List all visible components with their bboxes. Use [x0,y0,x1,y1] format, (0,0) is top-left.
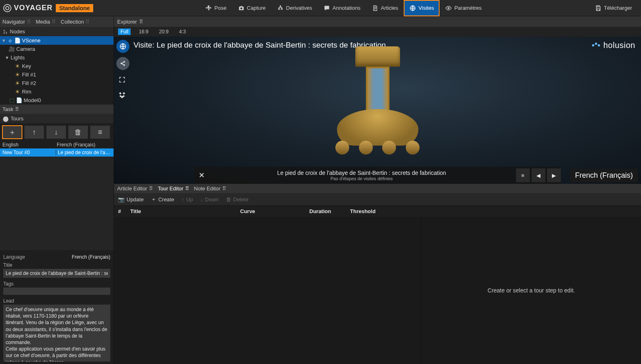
step-table-header: # Title Curve Duration Threshold [114,205,641,217]
editor-toolbar: 📷Update ＋Create ↑Up ↓Down 🗑Delete [114,193,641,205]
lead-textarea[interactable] [3,305,110,362]
step-list [114,217,422,364]
menu-annotations[interactable]: Annotations [318,0,366,16]
menu-derivatives[interactable]: Derivatives [271,0,318,16]
lead-label: Lead [3,298,110,304]
menu-visites[interactable]: Visites [404,0,440,16]
viewport-3d[interactable]: Visite: Le pied de croix de l'abbaye de … [114,37,641,184]
editor-tabs: Article Editor ⠿ Tour Editor ⠿ Note Edit… [114,184,641,193]
grip-icon: ⠿ [185,185,188,192]
tour-row[interactable]: New Tour #0 Le pied de croix de l'a… [0,148,114,157]
camera-icon: 🎥 [9,46,15,52]
menu-parametres[interactable]: Paramètres [440,0,487,16]
top-right: Télécharger [591,0,641,16]
save-icon [595,5,602,11]
grip-icon: ⠿ [222,185,225,192]
tree-lights-group[interactable]: ▾ Lights [0,53,114,62]
grip-icon: ⠿ [85,19,89,25]
app-logo: VOYAGER Standalone [0,4,96,12]
trash-icon: 🗑 [226,196,231,203]
svg-point-1 [448,7,449,9]
tour-strip: ✕ Le pied de croix de l'abbaye de Saint-… [195,167,561,184]
tour-close-button[interactable]: ✕ [195,171,209,180]
tab-media[interactable]: Media ⠿ [36,19,55,25]
col-title: Title [130,208,240,214]
vp-tools-button[interactable] [116,89,128,101]
svg-rect-3 [4,33,5,34]
tree-light[interactable]: ☀Fill #2 [0,79,114,87]
menu-articles[interactable]: Articles [366,0,404,16]
aspect-43[interactable]: 4:3 [177,28,188,35]
move-up-button[interactable]: ↑ [24,126,44,139]
title-label: Title [3,262,110,268]
tags-input[interactable] [3,288,110,295]
grip-icon: ⠿ [139,19,142,25]
grip-icon: ⠿ [52,19,55,25]
light-icon: ☀ [15,72,20,78]
globe-icon [409,5,416,11]
standalone-badge: Standalone [56,4,93,12]
plus-icon: ＋ [151,196,156,203]
document-icon [372,5,378,11]
tree-light[interactable]: ☀Fill #1 [0,70,114,79]
aspect-full[interactable]: Full [118,28,131,35]
vp-globe-button[interactable] [116,40,129,53]
light-icon: ☀ [15,81,20,86]
update-button[interactable]: 📷Update [118,196,144,203]
col-num: # [118,208,130,214]
menu-pose[interactable]: Pose [200,0,232,16]
vp-share-button[interactable] [116,57,129,70]
tour-fr: Le pied de croix de l'a… [58,150,111,155]
delete-button[interactable]: 🗑Delete [226,196,249,203]
tree-light[interactable]: ☀Rim [0,87,114,96]
create-button[interactable]: ＋Create [151,196,174,203]
scene-tree: ▾◆ 📄 VScene 🎥 Camera ▾ Lights ☀Key ☀Fill… [0,36,114,105]
grip-icon: ⠿ [27,19,30,25]
tab-note-editor[interactable]: Note Editor ⠿ [194,185,225,192]
top-menu: Pose Capture Derivatives Annotations Art… [200,0,488,16]
aspect-209[interactable]: 20:9 [157,28,171,35]
tour-strip-title: Le pied de croix de l'abbaye de Saint-Be… [209,170,514,176]
tour-list-empty [0,157,114,250]
delete-tour-button[interactable]: 🗑 [68,126,88,139]
menu-button[interactable]: ≡ [90,126,110,139]
col-curve: Curve [240,208,309,214]
eye-icon [445,5,452,11]
add-tour-button[interactable]: ＋ [2,126,22,139]
tour-prev-button[interactable]: ◀ [532,168,545,182]
tour-menu-button[interactable]: ≡ [516,168,530,182]
download-button[interactable]: Télécharger [591,0,636,16]
voyager-logo-icon [3,4,11,12]
task-header: Task ⠿ [0,105,114,114]
tours-header: Tours [0,114,114,123]
tree-light[interactable]: ☀Key [0,62,114,70]
globe-icon [2,116,8,122]
brand-holusion: holusion [592,41,635,50]
tags-label: Tags [3,281,110,287]
down-button[interactable]: ↓Down [200,196,219,203]
tab-tour-editor[interactable]: Tour Editor ⠿ [158,185,188,192]
arrow-down-icon: ↓ [200,196,203,203]
tour-button-row: ＋ ↑ ↓ 🗑 ≡ [0,123,114,141]
cube-icon: ⬚ [9,98,15,103]
aspect-169[interactable]: 16:9 [136,28,151,35]
tab-article-editor[interactable]: Article Editor ⠿ [117,185,152,192]
tab-navigator[interactable]: Navigator ⠿ [2,19,30,25]
title-input[interactable] [3,269,110,278]
hierarchy-icon [277,5,284,11]
arrow-up-icon: ↑ [182,196,184,203]
up-button[interactable]: ↑Up [182,196,193,203]
tree-vscene[interactable]: ▾◆ 📄 VScene [0,36,114,45]
scene-icon: ◆ [7,38,13,44]
vp-fullscreen-button[interactable] [116,74,128,85]
camera-icon: 📷 [118,196,125,203]
tree-model[interactable]: ⬚ 📄 Model0 [0,96,114,105]
tree-camera[interactable]: 🎥 Camera [0,45,114,53]
explorer-header: Explorer ⠿ [114,16,641,27]
move-down-button[interactable]: ↓ [46,126,66,139]
menu-capture[interactable]: Capture [232,0,271,16]
language-value[interactable]: French (Français) [72,254,110,260]
tour-next-button[interactable]: ▶ [547,168,561,182]
viewport-language[interactable]: French (Français) [570,169,638,182]
tab-collection[interactable]: Collection ⠿ [61,19,89,25]
